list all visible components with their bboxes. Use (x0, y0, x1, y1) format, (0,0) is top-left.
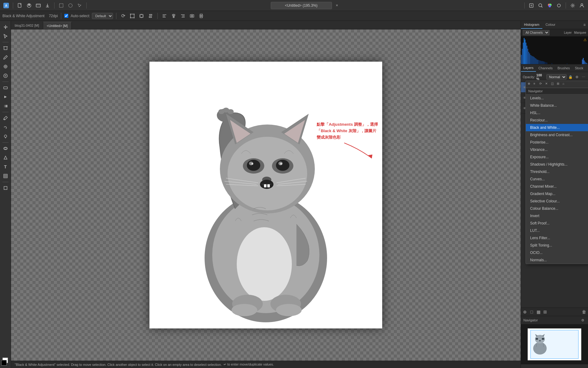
subtab-layer[interactable]: Layer (564, 31, 572, 34)
document-title-input[interactable]: <Untitled> (195.3%) (271, 2, 332, 9)
dropdown-item-12[interactable]: Channel Mixer... (526, 183, 588, 190)
dropdown-item-3[interactable]: Recolour... (526, 117, 588, 124)
tab-untitled[interactable]: <Untitled> [M] (43, 22, 72, 29)
align-right-icon[interactable] (179, 12, 187, 20)
gradient-tool[interactable] (1, 102, 10, 110)
softproof-icon[interactable] (555, 2, 563, 9)
select-tool[interactable] (1, 32, 10, 40)
text-tool[interactable]: T (1, 163, 10, 171)
add-pixel-layer-icon[interactable]: □ (529, 309, 534, 315)
transform-scale-icon[interactable] (129, 12, 136, 20)
user-icon[interactable] (578, 2, 586, 9)
move-tool[interactable] (1, 23, 10, 31)
free-select-icon[interactable] (76, 2, 83, 9)
align-center-icon[interactable] (170, 12, 177, 20)
histogram-settings-icon[interactable]: ≡ (581, 21, 588, 28)
affinity-photo-icon[interactable]: A (2, 2, 10, 9)
dropdown-item-15[interactable]: Colour Balance... (526, 205, 588, 212)
dropdown-item-10[interactable]: Threshold... (526, 168, 588, 175)
settings-icon[interactable] (569, 2, 576, 9)
dropdown-item-14[interactable]: Selective Colour... (526, 197, 588, 205)
layer-more-icon[interactable]: ⋯ (581, 74, 586, 80)
add-group-icon[interactable]: ▦ (536, 309, 541, 315)
dropdown-item-19[interactable]: Lens Filter... (526, 234, 588, 242)
dropdown-item-20[interactable]: Split Toning... (526, 242, 588, 249)
fill-tool[interactable] (1, 93, 10, 101)
rectangular-marquee-icon[interactable] (58, 2, 65, 9)
close-tab-icon[interactable]: ✕ (333, 2, 341, 9)
dropdown-btn-1[interactable]: ⊕ (528, 82, 533, 87)
dropdown-btn-3[interactable]: ⟳ (539, 82, 544, 87)
navigator-settings-icon[interactable]: ⚙ (580, 317, 586, 323)
channels-select[interactable]: All Channels (523, 30, 549, 35)
duplicate-layer-icon[interactable]: ⊞ (542, 309, 548, 315)
tab-channels[interactable]: Channels (536, 65, 555, 71)
clone-tool[interactable] (1, 62, 10, 71)
dropdown-item-17[interactable]: Soft Proof... (526, 220, 588, 227)
align-left-icon[interactable] (161, 12, 168, 20)
dropdown-item-7[interactable]: Vibrance... (526, 146, 588, 153)
distribute-horiz-icon[interactable] (188, 12, 196, 20)
dropdown-item-11[interactable]: Curves... (526, 175, 588, 183)
layers-settings-icon[interactable]: ≡ (586, 65, 588, 71)
dropdown-item-22[interactable]: Normals... (526, 256, 588, 264)
color-mode-icon[interactable] (546, 2, 553, 9)
crop-tool[interactable] (1, 44, 10, 52)
dropdown-item-8[interactable]: Exposure... (526, 153, 588, 161)
tab-blog31[interactable]: blog31-0402 [M] (11, 22, 43, 29)
dropdown-item-9[interactable]: Shadows / Highlights... (526, 161, 588, 168)
tab-stock[interactable]: Stock (572, 65, 586, 71)
tab-layers[interactable]: Layers (521, 64, 536, 72)
dropdown-item-18[interactable]: LUT... (526, 227, 588, 234)
eyedropper-tool[interactable] (1, 114, 10, 122)
transform-shear-icon[interactable] (147, 12, 154, 20)
dropdown-item-0[interactable]: Levels... (526, 94, 588, 102)
dropdown-item-16[interactable]: Invert (526, 212, 588, 220)
file-icon[interactable] (16, 2, 24, 9)
dropdown-btn-7[interactable]: ⌂ (563, 82, 567, 87)
dodge-tool[interactable] (1, 132, 10, 141)
dropdown-item-6[interactable]: Posterise... (526, 139, 588, 146)
color-swatches[interactable] (1, 358, 10, 366)
foreground-color-swatch[interactable] (1, 360, 7, 366)
transform-mode-select[interactable]: Default (92, 13, 113, 19)
distribute-vert-icon[interactable] (198, 12, 205, 20)
dropdown-item-21[interactable]: OCIO... (526, 249, 588, 256)
layer-lock-icon[interactable]: 🔒 (568, 74, 573, 80)
ellipse-marquee-icon[interactable] (67, 2, 74, 9)
canvas-document[interactable] (149, 62, 382, 328)
zoom-to-fit-icon[interactable] (537, 2, 544, 9)
blur-tool[interactable] (1, 144, 10, 153)
dropdown-item-4[interactable]: Black and White... (526, 124, 588, 131)
view-icon[interactable] (35, 2, 42, 9)
view-quality-icon[interactable] (528, 2, 535, 9)
add-adjustment-layer-icon[interactable]: ⊕ (522, 309, 528, 315)
vector-tool[interactable] (1, 153, 10, 162)
export-icon[interactable] (44, 2, 51, 9)
navigator-preview[interactable] (521, 324, 588, 364)
dropdown-btn-5[interactable]: ◫ (551, 82, 556, 87)
blend-mode-select[interactable]: Normal (546, 74, 567, 80)
smudge-tool[interactable] (1, 123, 10, 132)
dropdown-item-2[interactable]: HSL... (526, 109, 588, 117)
healing-tool[interactable] (1, 71, 10, 80)
dropdown-item-5[interactable]: Brightness and Contrast... (526, 131, 588, 139)
delete-layer-icon[interactable]: 🗑 (581, 309, 587, 315)
dropdown-btn-6[interactable]: ⊞ (557, 82, 562, 87)
persona-icon[interactable] (25, 2, 33, 9)
autoselect-checkbox[interactable] (64, 14, 68, 18)
dropdown-item-1[interactable]: White Balance... (526, 102, 588, 109)
tab-brushes[interactable]: Brushes (555, 65, 572, 71)
table-tool[interactable] (1, 172, 10, 180)
adjustments-dropdown[interactable]: ⊕ ≡ ⟳ ✕ ◫ ⊞ ⌂ Navigator Levels...White B… (526, 81, 588, 264)
transform-move-icon[interactable]: ⟳ (119, 12, 127, 20)
dropdown-btn-2[interactable]: ≡ (533, 82, 538, 87)
tab-histogram[interactable]: Histogram (521, 21, 542, 29)
paint-brush-tool[interactable] (1, 53, 10, 62)
canvas-viewport[interactable]: 點擊「Adjustments 調整」，選擇 「Black & White 灰階」… (11, 29, 521, 361)
dropdown-item-13[interactable]: Gradient Map... (526, 190, 588, 197)
tab-colour[interactable]: Colour (542, 21, 558, 29)
eraser-tool[interactable] (1, 83, 10, 92)
layer-settings-icon[interactable]: ⚙ (574, 74, 580, 80)
dropdown-btn-4[interactable]: ✕ (545, 82, 550, 87)
